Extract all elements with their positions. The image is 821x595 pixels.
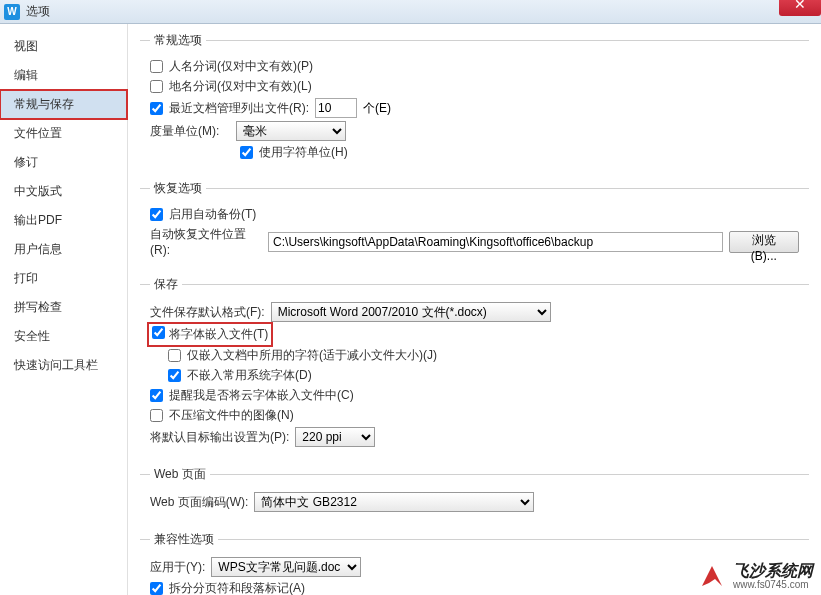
auto-recover-path-label: 自动恢复文件位置(R): <box>150 226 262 257</box>
main-container: 视图 编辑 常规与保存 文件位置 修订 中文版式 输出PDF 用户信息 打印 拼… <box>0 24 821 595</box>
default-format-select[interactable]: Microsoft Word 2007/2010 文件(*.docx) <box>271 302 551 322</box>
no-compress-images-label: 不压缩文件中的图像(N) <box>169 407 294 424</box>
web-group: Web 页面 Web 页面编码(W): 简体中文 GB2312 <box>140 466 809 523</box>
sidebar-item-output-pdf[interactable]: 输出PDF <box>0 206 127 235</box>
char-unit-checkbox[interactable] <box>240 146 253 159</box>
measure-unit-label: 度量单位(M): <box>150 123 230 140</box>
web-encoding-select[interactable]: 简体中文 GB2312 <box>254 492 534 512</box>
sidebar: 视图 编辑 常规与保存 文件位置 修订 中文版式 输出PDF 用户信息 打印 拼… <box>0 24 128 595</box>
recover-path-input[interactable] <box>268 232 723 252</box>
char-unit-label: 使用字符单位(H) <box>259 144 348 161</box>
watermark-icon <box>697 561 727 591</box>
sidebar-item-spellcheck[interactable]: 拼写检查 <box>0 293 127 322</box>
recent-unit-label: 个(E) <box>363 100 391 117</box>
general-legend: 常规选项 <box>150 32 206 49</box>
sidebar-item-security[interactable]: 安全性 <box>0 322 127 351</box>
no-embed-system-checkbox[interactable] <box>168 369 181 382</box>
content-pane: 常规选项 人名分词(仅对中文有效)(P) 地名分词(仅对中文有效)(L) 最近文… <box>128 24 821 595</box>
general-group: 常规选项 人名分词(仅对中文有效)(P) 地名分词(仅对中文有效)(L) 最近文… <box>140 32 809 172</box>
recent-list-checkbox[interactable] <box>150 102 163 115</box>
compat-legend: 兼容性选项 <box>150 531 218 548</box>
default-output-select[interactable]: 220 ppi <box>295 427 375 447</box>
titlebar: 选项 ✕ <box>0 0 821 24</box>
place-split-label: 地名分词(仅对中文有效)(L) <box>169 78 312 95</box>
sidebar-item-print[interactable]: 打印 <box>0 264 127 293</box>
name-split-checkbox[interactable] <box>150 60 163 73</box>
web-encoding-label: Web 页面编码(W): <box>150 494 248 511</box>
window-title: 选项 <box>26 3 50 20</box>
embed-fonts-label: 将字体嵌入文件(T) <box>169 326 268 343</box>
sidebar-item-general-save[interactable]: 常规与保存 <box>0 90 127 119</box>
split-marks-label: 拆分分页符和段落标记(A) <box>169 580 305 595</box>
save-group: 保存 文件保存默认格式(F): Microsoft Word 2007/2010… <box>140 276 809 458</box>
embed-fonts-checkbox[interactable] <box>152 326 165 339</box>
default-format-label: 文件保存默认格式(F): <box>150 304 265 321</box>
sidebar-item-file-location[interactable]: 文件位置 <box>0 119 127 148</box>
auto-backup-checkbox[interactable] <box>150 208 163 221</box>
watermark: 飞沙系统网 www.fs0745.com <box>697 561 813 591</box>
sidebar-item-chinese-layout[interactable]: 中文版式 <box>0 177 127 206</box>
recovery-group: 恢复选项 启用自动备份(T) 自动恢复文件位置(R): 浏览(B)... <box>140 180 809 268</box>
watermark-text: 飞沙系统网 www.fs0745.com <box>733 562 813 591</box>
sidebar-item-user-info[interactable]: 用户信息 <box>0 235 127 264</box>
remind-cloud-fonts-label: 提醒我是否将云字体嵌入文件中(C) <box>169 387 354 404</box>
watermark-url: www.fs0745.com <box>733 579 813 590</box>
recent-count-input[interactable] <box>315 98 357 118</box>
web-legend: Web 页面 <box>150 466 210 483</box>
save-legend: 保存 <box>150 276 182 293</box>
no-embed-system-label: 不嵌入常用系统字体(D) <box>187 367 312 384</box>
split-marks-checkbox[interactable] <box>150 582 163 595</box>
no-compress-images-checkbox[interactable] <box>150 409 163 422</box>
sidebar-item-quick-access[interactable]: 快速访问工具栏 <box>0 351 127 380</box>
watermark-main: 飞沙系统网 <box>733 562 813 580</box>
place-split-checkbox[interactable] <box>150 80 163 93</box>
apply-to-select[interactable]: WPS文字常见问题.doc <box>211 557 361 577</box>
auto-backup-label: 启用自动备份(T) <box>169 206 256 223</box>
embed-used-only-label: 仅嵌入文档中所用的字符(适于减小文件大小)(J) <box>187 347 437 364</box>
recent-list-label: 最近文档管理列出文件(R): <box>169 100 309 117</box>
sidebar-item-revision[interactable]: 修订 <box>0 148 127 177</box>
app-icon <box>4 4 20 20</box>
remind-cloud-fonts-checkbox[interactable] <box>150 389 163 402</box>
apply-to-label: 应用于(Y): <box>150 559 205 576</box>
recovery-legend: 恢复选项 <box>150 180 206 197</box>
measure-unit-select[interactable]: 毫米 <box>236 121 346 141</box>
sidebar-item-view[interactable]: 视图 <box>0 32 127 61</box>
close-button[interactable]: ✕ <box>779 0 821 16</box>
embed-fonts-highlight: 将字体嵌入文件(T) <box>150 325 270 344</box>
browse-button[interactable]: 浏览(B)... <box>729 231 799 253</box>
embed-used-only-checkbox[interactable] <box>168 349 181 362</box>
sidebar-item-edit[interactable]: 编辑 <box>0 61 127 90</box>
name-split-label: 人名分词(仅对中文有效)(P) <box>169 58 313 75</box>
default-output-label: 将默认目标输出设置为(P): <box>150 429 289 446</box>
